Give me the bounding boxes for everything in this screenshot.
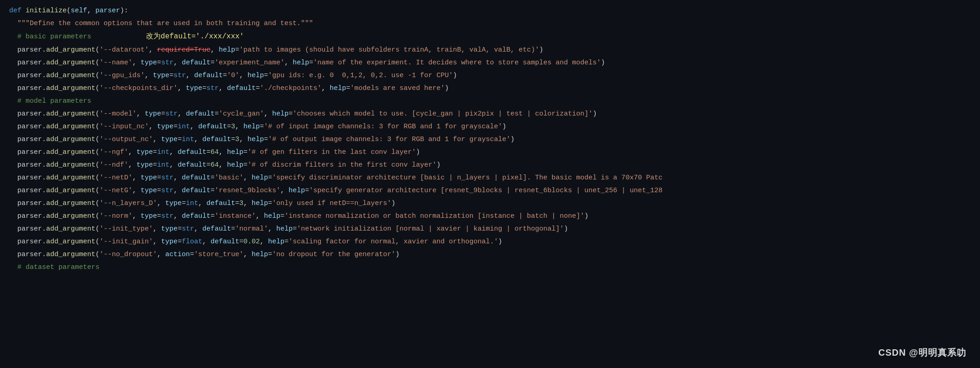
- code-line-1: def initialize(self, parser):: [0, 5, 980, 17]
- code-line-12: parser.add_argument('--ngf', type=int, d…: [0, 146, 980, 159]
- annotation-text: 改为default='./xxx/xxx': [146, 31, 244, 43]
- code-line-2: """Define the common options that are us…: [0, 17, 980, 30]
- code-editor: def initialize(self, parser): """Define …: [0, 0, 980, 368]
- code-line-13: parser.add_argument('--ndf', type=int, d…: [0, 159, 980, 172]
- code-line-19: parser.add_argument('--init_gain', type=…: [0, 236, 980, 248]
- code-line-5: parser.add_argument('--name', type=str, …: [0, 57, 980, 69]
- code-line-4: parser.add_argument('--dataroot', requir…: [0, 44, 980, 57]
- code-line-11: parser.add_argument('--output_nc', type=…: [0, 133, 980, 146]
- code-line-18: parser.add_argument('--init_type', type=…: [0, 223, 980, 236]
- strikethrough-required: required=True: [157, 45, 210, 56]
- code-line-21: # dataset parameters: [0, 261, 980, 274]
- watermark: CSDN @明明真系叻: [878, 347, 966, 359]
- keyword-def: def: [9, 5, 26, 16]
- code-line-3: # basic parameters 改为default='./xxx/xxx': [0, 30, 980, 44]
- code-line-8: # model parameters: [0, 95, 980, 108]
- code-line-14: parser.add_argument('--netD', type=str, …: [0, 172, 980, 184]
- code-line-17: parser.add_argument('--norm', type=str, …: [0, 210, 980, 223]
- code-line-16: parser.add_argument('--n_layers_D', type…: [0, 197, 980, 210]
- code-line-7: parser.add_argument('--checkpoints_dir',…: [0, 82, 980, 95]
- code-line-9: parser.add_argument('--model', type=str,…: [0, 108, 980, 121]
- code-line-10: parser.add_argument('--input_nc', type=i…: [0, 121, 980, 133]
- code-line-20: parser.add_argument('--no_dropout', acti…: [0, 248, 980, 261]
- code-line-15: parser.add_argument('--netG', type=str, …: [0, 184, 980, 197]
- function-name: initialize: [26, 5, 67, 16]
- code-line-6: parser.add_argument('--gpu_ids', type=st…: [0, 69, 980, 82]
